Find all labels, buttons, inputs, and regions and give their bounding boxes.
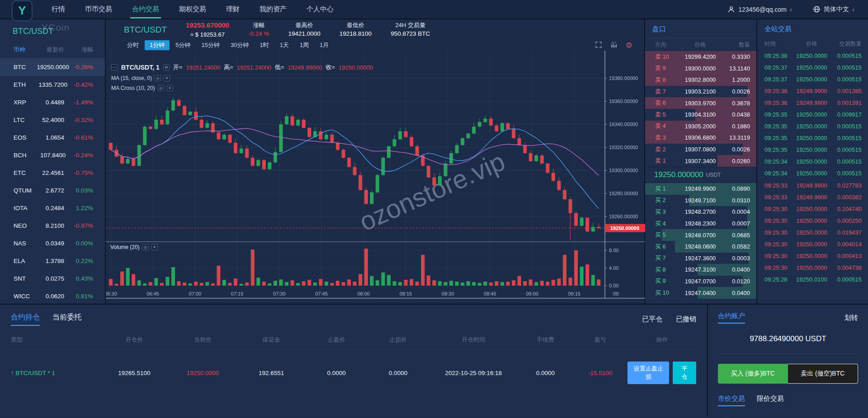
coin-row-IOTA[interactable]: IOTA0.24841.22% xyxy=(0,199,105,217)
timeframe-1月[interactable]: 1月 xyxy=(315,40,334,50)
positions-tab-合约持仓[interactable]: 合约持仓 xyxy=(11,313,40,326)
nav-item-合约交易[interactable]: 合约交易 xyxy=(122,0,169,19)
bid-row[interactable]: 买 819247.31000.0400 xyxy=(645,264,756,276)
coin-row-BTC[interactable]: BTC19250.0000-0.26% xyxy=(0,58,105,76)
coin-row-LTC[interactable]: LTC52.4000-0.32% xyxy=(0,111,105,129)
ask-row[interactable]: 卖 419305.20000.1860 xyxy=(645,121,756,132)
ask-row[interactable]: 卖 719303.21000.0026 xyxy=(645,86,756,98)
bottom-area: 合约持仓当前委托 已平仓 已撤销 类型开仓价当前价保证金止盈价止损价开仓时间手续… xyxy=(0,304,868,417)
sell-short-button[interactable]: 卖出 (做空)BTC xyxy=(788,364,859,384)
ask-row[interactable]: 卖 619303.97000.3678 xyxy=(645,97,756,109)
nav-item-我的资产[interactable]: 我的资产 xyxy=(250,0,297,19)
nav-item-行情[interactable]: 行情 xyxy=(42,0,75,19)
nav-item-期权交易[interactable]: 期权交易 xyxy=(169,0,216,19)
order-type-tab-市价交易[interactable]: 市价交易 xyxy=(718,395,745,406)
coin-symbol: NAS xyxy=(14,240,42,247)
bid-row[interactable]: 买 419248.23000.0007 xyxy=(645,218,756,230)
coin-row-NAS[interactable]: NAS0.03490.00% xyxy=(0,235,105,252)
ask-row[interactable]: 卖 1019299.42000.3330 xyxy=(645,51,756,63)
position-col-止盈价: 止盈价 xyxy=(306,336,367,344)
positions-tab-当前委托[interactable]: 当前委托 xyxy=(52,313,81,326)
set-tpsl-button[interactable]: 设置止盈止损 xyxy=(627,362,669,384)
close-position-button[interactable]: 平仓 xyxy=(673,362,696,384)
ask-row[interactable]: 卖 819302.80001.2000 xyxy=(645,74,756,86)
cancelled-orders-link[interactable]: 已撤销 xyxy=(676,315,696,324)
close-icon[interactable]: ✕ xyxy=(167,85,173,91)
ask-row[interactable]: 卖 119307.34000.0260 xyxy=(645,155,756,167)
timeframe-1分钟[interactable]: 1分钟 xyxy=(145,40,170,50)
coin-row-EOS[interactable]: EOS1.0654-0.61% xyxy=(0,129,105,146)
ask-row[interactable]: 卖 919300.000013.1140 xyxy=(645,63,756,75)
nav-item-个人中心[interactable]: 个人中心 xyxy=(297,0,344,19)
ob-amount: 0.3330 xyxy=(724,53,756,60)
settings-gear-icon[interactable]: ⚙ xyxy=(626,41,632,50)
language-menu[interactable]: 简体中文 ‹ xyxy=(813,5,854,14)
timeframe-30分钟[interactable]: 30分钟 xyxy=(226,40,254,50)
bid-row[interactable]: 买 619248.06000.0582 xyxy=(645,241,756,253)
eye-icon[interactable]: ◎ xyxy=(155,75,161,81)
bid-row[interactable]: 买 319248.27000.0004 xyxy=(645,206,756,218)
timeframe-1时[interactable]: 1时 xyxy=(255,40,274,50)
coin-row-BCH[interactable]: BCH107.8400-0.24% xyxy=(0,146,105,164)
bid-row[interactable]: 买 1019247.04000.0400 xyxy=(645,287,756,299)
coin-row-WICC[interactable]: WICC0.06200.81% xyxy=(0,287,105,304)
col-direction: 方向 xyxy=(645,41,677,49)
ob-direction: 卖 7 xyxy=(645,88,677,96)
ob-price: 19248.2300 xyxy=(677,220,724,227)
coin-row-XRP[interactable]: XRP0.4489-1.49% xyxy=(0,94,105,111)
logo-letter: Y xyxy=(18,4,26,18)
bid-row[interactable]: 买 219249.71000.0310 xyxy=(645,195,756,207)
fullscreen-icon[interactable] xyxy=(595,41,602,50)
coin-row-QTUM[interactable]: QTUM2.67720.03% xyxy=(0,182,105,199)
transfer-link[interactable]: 划转 xyxy=(844,314,858,322)
buy-long-button[interactable]: 买入 (做多)BTC xyxy=(718,364,788,384)
timeframe-1周[interactable]: 1周 xyxy=(295,40,314,50)
ask-row[interactable]: 卖 519304.31000.0438 xyxy=(645,109,756,121)
col-last-price: 最新价 xyxy=(42,46,64,54)
ob-amount: 0.0004 xyxy=(724,208,756,215)
trade-price: 19250.0000 xyxy=(792,52,832,59)
coin-row-NEO[interactable]: NEO8.2100-0.97% xyxy=(0,217,105,235)
account-title[interactable]: 合约账户 xyxy=(718,312,745,324)
timeframe-5分钟[interactable]: 5分钟 xyxy=(170,40,195,50)
position-col-当前价: 当前价 xyxy=(169,336,237,344)
timeframe-1天[interactable]: 1天 xyxy=(275,40,294,50)
timeframe-分时[interactable]: 分时 xyxy=(122,40,144,50)
nav-item-币币交易[interactable]: 币币交易 xyxy=(75,0,122,19)
coin-price: 1.3788 xyxy=(42,258,64,264)
orderbook-mid: 19250.000000 USDT xyxy=(645,167,756,183)
collapse-icon[interactable]: — xyxy=(111,64,118,70)
bid-row[interactable]: 买 719247.36000.0003 xyxy=(645,253,756,264)
candlestick-chart[interactable]: 19380.0000019360.0000019340.0000019320.0… xyxy=(106,51,645,304)
svg-text:09:: 09: xyxy=(613,291,620,296)
coin-row-SNT[interactable]: SNT0.02750.43% xyxy=(0,270,105,287)
timeframe-15分钟[interactable]: 15分钟 xyxy=(196,40,224,50)
ask-row[interactable]: 卖 319306.680013.3119 xyxy=(645,132,756,144)
coin-row-ETC[interactable]: ETC22.4561-0.75% xyxy=(0,164,105,182)
close-icon[interactable]: ✕ xyxy=(151,244,158,250)
ask-row[interactable]: 卖 219307.08000.0026 xyxy=(645,144,756,155)
logo[interactable]: Y xyxy=(12,0,33,21)
user-menu[interactable]: 123456@qq.com ‹ xyxy=(727,5,792,13)
order-type-tab-限价交易[interactable]: 限价交易 xyxy=(757,395,784,406)
coin-symbol: ETH xyxy=(14,81,38,88)
coin-row-ELA[interactable]: ELA1.37880.22% xyxy=(0,252,105,270)
coin-price: 1335.7200 xyxy=(38,81,67,88)
close-icon[interactable]: ✕ xyxy=(164,75,170,81)
bid-row[interactable]: 买 919247.07000.0120 xyxy=(645,276,756,287)
eye-icon[interactable]: ◎ xyxy=(142,244,149,250)
coin-price: 2.6772 xyxy=(42,187,64,194)
indicator-icon[interactable] xyxy=(610,41,618,50)
bid-row[interactable]: 买 519248.07000.0685 xyxy=(645,229,756,241)
bid-row[interactable]: 买 119249.99000.0890 xyxy=(645,183,756,195)
chart-plot[interactable]: 19380.0000019360.0000019340.0000019320.0… xyxy=(106,51,644,304)
legend-settings-icon[interactable]: ⚙ xyxy=(163,64,170,70)
nav-item-理财[interactable]: 理财 xyxy=(216,0,250,19)
col-trade-amount: 交易数量 xyxy=(832,40,868,48)
trade-price: 19250.0000 xyxy=(792,206,832,212)
eye-icon[interactable]: ◎ xyxy=(158,85,164,91)
coin-row-ETH[interactable]: ETH1335.7200-0.42% xyxy=(0,76,105,94)
svg-text:07:15: 07:15 xyxy=(231,291,244,296)
closed-positions-link[interactable]: 已平仓 xyxy=(642,315,662,324)
col-symbol[interactable]: 币种 xyxy=(14,46,42,54)
